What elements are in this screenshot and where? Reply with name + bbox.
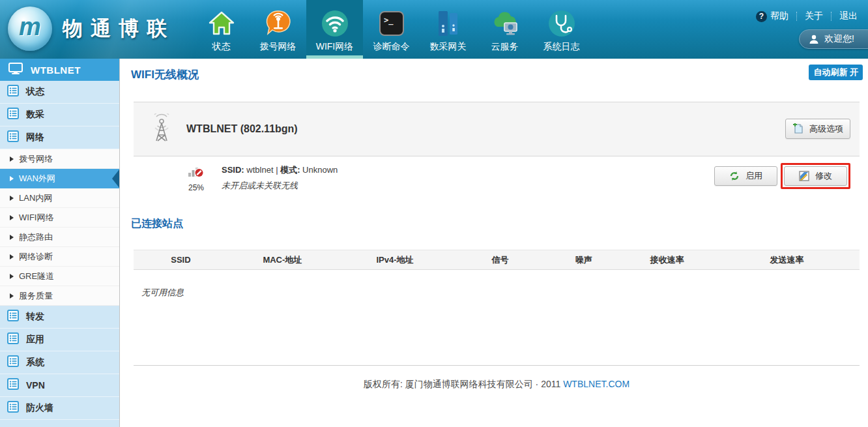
nav-item-dial-network[interactable]: 拨号网络 [250,0,306,59]
footer: 版权所有: 厦门物通博联网络科技有限公司 · 2011 WTBLNET.COM [134,365,860,390]
nav-item-status[interactable]: 状态 [193,0,250,59]
mode-label: 模式: [280,165,300,175]
brand-logo: m 物通博联 [8,7,175,51]
main-content: WIFI无线概况 自动刷新 开 WTBLNET (802.11bgn) 高级选项 [121,59,868,427]
list-icon [7,332,19,347]
list-icon [7,85,19,99]
sidebar-item-status[interactable]: 状态 [0,81,119,104]
sidebar-item-vpn[interactable]: VPN [0,374,119,397]
wtblnet-link[interactable]: WTBLNET.COM [563,379,629,389]
svg-text:>_: >_ [384,16,394,25]
sidebar-item-system[interactable]: 系统 [0,351,119,374]
caret-right-icon [10,176,14,181]
empty-table-message: 无可用信息 [141,287,860,299]
cloud-icon [490,8,520,38]
caret-right-icon [10,156,14,162]
sidebar-item-firewall[interactable]: 防火墙 [0,397,119,420]
caret-right-icon [10,274,14,279]
column-tx-rate: 发送速率 [714,254,860,266]
sidebar-subitem-qos[interactable]: 服务质量 [0,286,119,306]
page-title: WIFI无线概况 [131,67,199,82]
sidebar-item-forwarding[interactable]: 转发 [0,306,119,329]
refresh-arrows-icon [729,171,740,181]
help-link[interactable]: 帮助 [770,10,788,22]
ssid-mode-line: SSID: wtblnet | 模式: Unknown [222,164,338,176]
list-icon [7,108,19,122]
sidebar-subitem-dial-network[interactable]: 拨号网络 [0,149,119,169]
sidebar-subitem-gre-tunnel[interactable]: GRE隧道 [0,267,119,286]
enable-button[interactable]: 启用 [714,166,777,186]
divider [796,12,797,21]
wireless-status-message: 未开启或未关联无线 [222,180,338,192]
device-name: WTBLNET [31,65,81,76]
modify-button[interactable]: 修改 [784,166,847,186]
logout-link[interactable]: 退出 [839,10,858,22]
dial-network-icon [265,8,292,38]
top-header-bar: m 物通博联 状态 拨号网络 [0,0,868,59]
signal-disabled-icon [188,169,205,181]
auto-refresh-toggle[interactable]: 自动刷新 开 [809,65,863,80]
terminal-icon: >_ [378,8,405,38]
column-signal: 信号 [453,254,547,266]
list-icon [7,355,19,370]
document-plus-icon [792,123,803,134]
list-icon [7,310,19,324]
logo-glyph: m [19,14,41,39]
sidebar-subitem-wifi-network[interactable]: WIFI网络 [0,208,119,228]
sidebar-item-network[interactable]: 网络 [0,126,119,149]
nav-item-diagnostic-command[interactable]: >_ 诊断命令 [363,0,420,59]
sidebar-item-partial [0,420,119,427]
column-noise: 噪声 [547,254,620,266]
connected-stations-table: SSID MAC-地址 IPv4-地址 信号 噪声 接收速率 发送速率 无可用信… [134,250,860,299]
wifi-overview-panel: WTBLNET (802.11bgn) 高级选项 [134,102,860,214]
gateway-icon [435,8,461,38]
top-utility-links: ? 帮助 关于 退出 [756,10,858,22]
enable-label: 启用 [745,170,762,182]
connected-stations-heading: 已连接站点 [131,217,183,231]
pipe-separator: | [276,165,278,175]
list-icon [7,130,19,145]
brand-name: 物通博联 [63,15,175,42]
caret-right-icon [10,196,14,201]
sidebar-item-applications[interactable]: 应用 [0,329,119,351]
main-nav: 状态 拨号网络 [193,0,590,59]
sidebar-subitem-network-diagnostics[interactable]: 网络诊断 [0,247,119,267]
caret-right-icon [10,254,14,259]
wifi-ssid-title: WTBLNET (802.11bgn) [186,123,298,135]
wifi-panel-header: WTBLNET (802.11bgn) 高级选项 [134,102,860,156]
nav-item-system-logs[interactable]: 系统日志 [533,0,590,59]
sidebar-device-header: WTBLNET [0,59,119,81]
copyright-text: 版权所有: 厦门物通博联网络科技有限公司 · 2011 [364,379,563,389]
caret-right-icon [10,215,14,220]
ssid-value: wtblnet [246,165,273,175]
sidebar: WTBLNET 状态 数采 网络 拨号网络 WAN外网 LAN内网 WIFI网络… [0,59,120,427]
advanced-options-button[interactable]: 高级选项 [785,119,850,139]
help-icon: ? [756,11,767,22]
logo-sphere-icon: m [8,7,52,51]
welcome-button[interactable]: 欢迎您! [799,29,868,49]
nav-item-cloud-service[interactable]: 云服务 [476,0,533,59]
list-icon [7,378,19,392]
mode-value: Unknown [302,165,338,175]
about-link[interactable]: 关于 [805,10,823,22]
sidebar-subitem-static-routes[interactable]: 静态路由 [0,228,119,247]
nav-item-data-gateway[interactable]: 数采网关 [420,0,476,59]
stethoscope-icon [547,8,576,38]
sidebar-subitem-wan[interactable]: WAN外网 [0,169,119,188]
caret-right-icon [10,235,14,240]
monitor-icon [8,63,23,77]
column-rx-rate: 接收速率 [620,254,714,266]
advanced-options-label: 高级选项 [809,123,843,135]
wifi-status-text: SSID: wtblnet | 模式: Unknown 未开启或未关联无线 [222,164,338,192]
nav-item-wifi-network[interactable]: WIFI网络 [306,0,363,59]
wifi-icon [321,8,349,38]
modify-label: 修改 [815,170,832,182]
signal-strength-block: 25% [183,164,209,192]
sidebar-subitem-lan[interactable]: LAN内网 [0,188,119,208]
edit-pencil-icon [799,171,809,181]
sidebar-item-data-acquisition[interactable]: 数采 [0,104,119,126]
divider [831,12,832,21]
column-mac-address: MAC-地址 [228,254,337,266]
column-ipv4-address: IPv4-地址 [337,254,453,266]
welcome-label: 欢迎您! [824,33,854,45]
